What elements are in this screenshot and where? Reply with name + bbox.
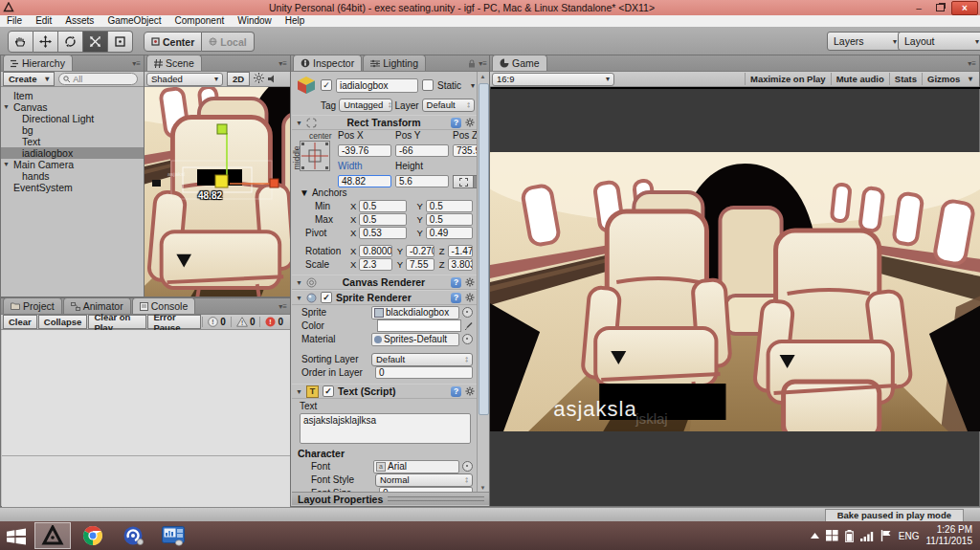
mute-audio-button[interactable]: Mute audio <box>831 73 889 85</box>
inspector-scrollbar[interactable]: ▲ ▼ <box>477 72 488 494</box>
error-count[interactable]: ! 0 <box>259 317 288 327</box>
create-button[interactable]: Create ▾ <box>3 72 55 86</box>
font-field[interactable]: a Arial <box>373 460 459 473</box>
layer-dropdown[interactable]: Default⦂ <box>422 99 475 112</box>
taskbar-clock[interactable]: 1:26 PM 11/11/2015 <box>925 524 972 547</box>
text-value-textarea[interactable]: asjakslajsklajlksa <box>300 413 471 444</box>
menu-gameobject[interactable]: GameObject <box>100 15 167 27</box>
anchor-min-x-field[interactable]: 0.5 <box>359 200 406 212</box>
eyedropper-icon[interactable] <box>464 321 473 331</box>
posx-field[interactable]: -39.76 <box>338 144 391 157</box>
hand-tool-button[interactable] <box>8 31 33 53</box>
collapse-button[interactable]: Collapse <box>38 315 88 329</box>
scale-y-field[interactable]: 7.55 <box>406 258 434 271</box>
battery-icon[interactable] <box>845 530 854 542</box>
scroll-up-icon[interactable]: ▲ <box>478 72 488 81</box>
menu-edit[interactable]: Edit <box>29 15 58 27</box>
hierarchy-item-directional-light[interactable]: Directional Light <box>1 113 144 124</box>
rotation-x-field[interactable]: 0.8000 <box>359 245 391 257</box>
panel-menu-icon[interactable]: ▾≡ <box>132 59 141 68</box>
width-field[interactable]: 48.82 <box>338 175 391 187</box>
help-icon[interactable]: ? <box>451 293 461 303</box>
blueprint-mode-button[interactable] <box>453 175 474 188</box>
taskbar-chrome[interactable] <box>75 522 111 549</box>
gear-icon[interactable] <box>465 293 475 302</box>
space-local-button[interactable]: Local <box>202 32 254 52</box>
tab-scene[interactable]: Scene <box>146 55 202 71</box>
help-icon[interactable]: ? <box>451 277 461 288</box>
panel-menu-icon[interactable]: ▾≡ <box>278 59 287 68</box>
sprite-renderer-header[interactable]: ▼ ✓ Sprite Renderer ? <box>292 290 479 305</box>
hierarchy-item-text[interactable]: Text <box>1 136 144 147</box>
height-field[interactable]: 5.6 <box>395 175 449 187</box>
lock-icon[interactable] <box>468 59 476 68</box>
hierarchy-item-eventsystem[interactable]: EventSystem <box>1 182 144 193</box>
object-picker-icon[interactable] <box>462 334 473 344</box>
menu-file[interactable]: File <box>0 15 29 27</box>
aspect-ratio-dropdown[interactable]: 16:9▾ <box>492 73 614 86</box>
close-button[interactable]: × <box>951 1 978 15</box>
font-style-dropdown[interactable]: Normal⦂ <box>375 473 473 487</box>
action-center-icon[interactable] <box>826 530 838 541</box>
object-picker-icon[interactable] <box>462 461 473 472</box>
stats-button[interactable]: Stats <box>889 73 922 85</box>
taskbar-unity[interactable] <box>34 522 71 549</box>
foldout-icon[interactable]: ▼ <box>300 187 309 198</box>
foldout-icon[interactable]: ▼ <box>296 295 302 301</box>
posy-field[interactable]: -66 <box>395 144 449 157</box>
move-tool-button[interactable] <box>33 31 58 53</box>
gear-icon[interactable] <box>465 118 475 127</box>
scene-audio-toggle[interactable] <box>268 74 277 85</box>
scale-tool-button[interactable] <box>83 31 108 53</box>
hierarchy-item-iadialogbox[interactable]: iadialogbox <box>1 147 144 159</box>
foldout-icon[interactable]: ▼ <box>3 159 10 170</box>
order-in-layer-field[interactable]: 0 <box>375 366 473 379</box>
rotate-tool-button[interactable] <box>58 31 83 53</box>
chevron-down-icon[interactable]: ▾ <box>471 81 475 90</box>
sorting-layer-dropdown[interactable]: Default⦂ <box>371 353 473 366</box>
maximize-on-play-button[interactable]: Maximize on Play <box>745 73 831 85</box>
gear-icon[interactable] <box>465 386 475 396</box>
color-swatch[interactable] <box>377 319 461 332</box>
tab-lighting[interactable]: Lighting <box>363 55 426 71</box>
scene-viewport[interactable]: asjaksl 48.82 <box>145 87 290 297</box>
network-signal-icon[interactable] <box>860 531 874 541</box>
menu-window[interactable]: Window <box>231 15 278 27</box>
rotation-y-field[interactable]: -0.270 <box>406 245 434 257</box>
canvas-renderer-header[interactable]: ▼ Canvas Renderer ? <box>292 275 479 290</box>
hierarchy-item-bg[interactable]: bg <box>1 124 144 136</box>
tab-inspector[interactable]: Inspector <box>293 55 362 71</box>
hierarchy-item-hands[interactable]: hands <box>1 170 144 182</box>
layers-dropdown[interactable]: Layers▾ <box>827 32 903 51</box>
rect-transform-header[interactable]: ▼ Rect Transform ? <box>292 115 479 130</box>
foldout-icon[interactable]: ▼ <box>296 388 302 395</box>
help-icon[interactable]: ? <box>451 118 461 128</box>
clear-on-play-button[interactable]: Clear on Play <box>88 315 146 329</box>
console-detail-pane[interactable] <box>2 456 290 507</box>
active-checkbox[interactable]: ✓ <box>321 79 332 91</box>
static-checkbox[interactable] <box>422 79 434 91</box>
tag-dropdown[interactable]: Untagged⦂ <box>339 99 391 112</box>
panel-menu-icon[interactable]: ▾≡ <box>479 59 487 68</box>
anchor-max-x-field[interactable]: 0.5 <box>359 213 406 226</box>
pivot-center-button[interactable]: Center <box>144 32 202 52</box>
scrollbar-thumb[interactable] <box>479 83 489 415</box>
anchor-min-y-field[interactable]: 0.5 <box>426 200 473 212</box>
pivot-y-field[interactable]: 0.49 <box>426 227 473 239</box>
language-flag-icon[interactable] <box>880 530 892 541</box>
error-pause-button[interactable]: Error Pause <box>147 315 201 329</box>
anchor-preset-widget[interactable] <box>300 141 330 171</box>
warning-count[interactable]: ! 0 <box>231 317 260 327</box>
menu-assets[interactable]: Assets <box>58 15 100 27</box>
info-count[interactable]: ! 0 <box>202 317 231 327</box>
game-viewport[interactable]: asjaksla jsklaj <box>490 152 980 431</box>
pivot-x-field[interactable]: 0.53 <box>359 227 406 239</box>
panel-menu-icon[interactable]: ▾≡ <box>278 302 287 311</box>
hierarchy-search-input[interactable]: All <box>58 73 138 85</box>
hierarchy-item-main-camera[interactable]: ▼Main Camera <box>1 159 144 170</box>
tab-hierarchy[interactable]: Hierarchy <box>3 55 73 71</box>
2d-toggle-button[interactable]: 2D <box>227 72 250 86</box>
bake-notice[interactable]: Bake paused in play mode <box>825 509 964 522</box>
menu-help[interactable]: Help <box>278 15 312 27</box>
menu-component[interactable]: Component <box>168 15 232 27</box>
